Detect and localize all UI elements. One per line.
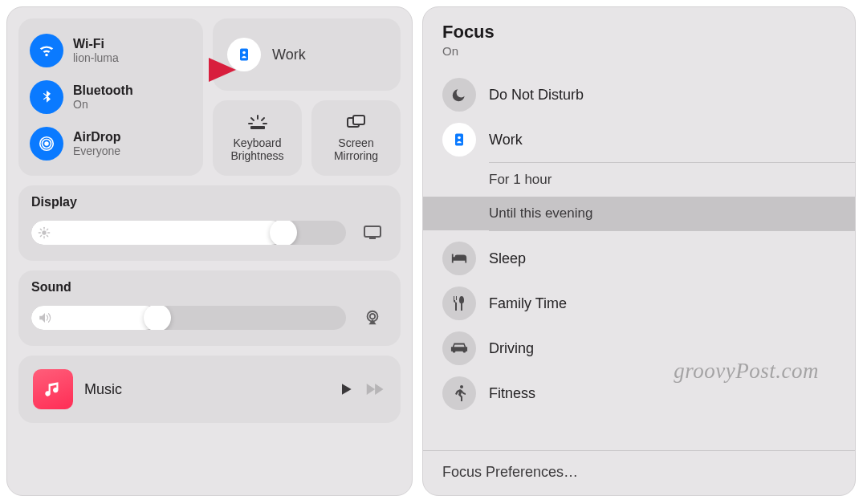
focus-mode-work[interactable]: Work [423,117,855,162]
airdrop-icon [30,127,63,161]
keyboard-brightness-tile[interactable]: Keyboard Brightness [213,100,302,176]
focus-mode-label: Fitness [489,385,535,402]
running-icon [442,376,476,410]
display-external-icon[interactable] [357,217,388,248]
music-app-icon [33,369,73,409]
wifi-icon [30,34,63,67]
airdrop-status: Everyone [73,144,121,157]
focus-mode-sleep[interactable]: Sleep [423,236,855,281]
bed-icon [442,242,476,275]
control-center-panel: Wi-Fi lion-luma Bluetooth On AirDrop [6,6,413,496]
focus-mode-label: Sleep [489,250,526,267]
svg-marker-29 [342,384,352,394]
focus-mode-family[interactable]: Family Time [423,281,855,326]
svg-point-27 [370,314,375,319]
focus-preferences-label: Focus Preferences… [442,464,578,480]
focus-preferences-link[interactable]: Focus Preferences… [423,450,855,495]
display-title: Display [31,195,388,209]
svg-rect-32 [455,134,463,146]
keyboard-brightness-label: Keyboard Brightness [216,136,299,162]
wifi-toggle[interactable]: Wi-Fi lion-luma [30,28,192,73]
focus-mode-label: Driving [489,340,534,357]
duration-label: For 1 hour [489,172,552,188]
svg-line-22 [40,235,41,236]
focus-duration-option[interactable]: For 1 hour [489,163,855,197]
music-card[interactable]: Music [18,356,401,423]
play-button[interactable] [338,381,354,397]
badge-icon [442,123,476,156]
music-title: Music [84,381,327,398]
next-button[interactable] [365,381,386,397]
connectivity-card: Wi-Fi lion-luma Bluetooth On AirDrop [18,18,203,176]
display-slider[interactable] [31,221,346,245]
svg-rect-25 [369,238,376,239]
screen-mirroring-tile[interactable]: Screen Mirroring [311,100,401,176]
sun-icon [38,226,51,239]
bluetooth-icon [30,80,63,114]
keyboard-brightness-icon [247,114,268,132]
svg-line-21 [47,235,47,236]
focus-duration-option-selected[interactable]: Until this evening [423,197,855,230]
focus-mode-label: Do Not Disturb [489,87,584,104]
focus-mode-dnd[interactable]: Do Not Disturb [423,72,855,117]
svg-point-6 [242,51,246,55]
watermark-text: groovyPost.com [674,359,819,384]
focus-work-icon [227,38,261,71]
svg-rect-14 [353,116,364,124]
svg-line-9 [262,118,264,120]
bluetooth-status: On [73,98,133,111]
svg-rect-12 [250,126,265,129]
svg-point-2 [44,141,49,146]
svg-line-8 [251,118,254,120]
svg-marker-30 [367,384,375,395]
volume-icon [38,311,52,324]
focus-panel: Focus On Do Not Disturb Work For 1 hour … [422,6,856,496]
focus-duration-list: For 1 hour Until this evening [489,162,855,231]
focus-tile[interactable]: Work [213,18,401,91]
car-icon [442,331,476,365]
svg-line-23 [47,229,47,230]
sound-slider[interactable] [31,306,346,330]
airplay-audio-icon[interactable] [357,303,388,333]
focus-mode-label: Work [489,132,523,148]
utensils-icon [442,287,476,320]
svg-marker-31 [375,384,383,395]
wifi-network: lion-luma [73,51,119,64]
display-card: Display [18,185,401,261]
svg-rect-5 [240,49,248,61]
moon-icon [442,78,476,112]
bluetooth-toggle[interactable]: Bluetooth On [30,75,192,120]
svg-point-34 [460,385,463,388]
airdrop-toggle[interactable]: AirDrop Everyone [30,121,192,166]
svg-point-33 [458,136,461,140]
svg-line-20 [40,229,41,230]
focus-mode-label: Work [272,47,306,63]
bluetooth-title: Bluetooth [73,83,133,98]
focus-panel-title: Focus [442,22,836,43]
duration-label: Until this evening [489,205,592,222]
svg-rect-24 [364,226,381,237]
svg-point-15 [42,230,46,234]
airdrop-title: AirDrop [73,130,121,144]
focus-mode-label: Family Time [489,295,567,312]
screen-mirroring-icon [346,114,367,132]
sound-card: Sound [18,270,401,346]
screen-mirroring-label: Screen Mirroring [315,136,397,162]
sound-title: Sound [31,280,388,295]
focus-panel-status: On [442,44,836,58]
wifi-title: Wi-Fi [73,37,119,51]
